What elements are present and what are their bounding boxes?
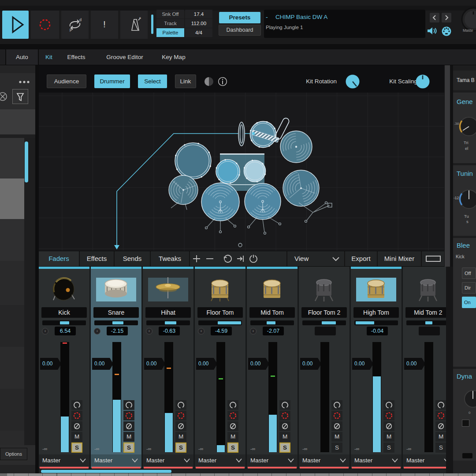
- svg-text:d: d: [79, 18, 82, 22]
- svg-text:s: s: [139, 16, 141, 20]
- svg-text:p: p: [70, 27, 72, 32]
